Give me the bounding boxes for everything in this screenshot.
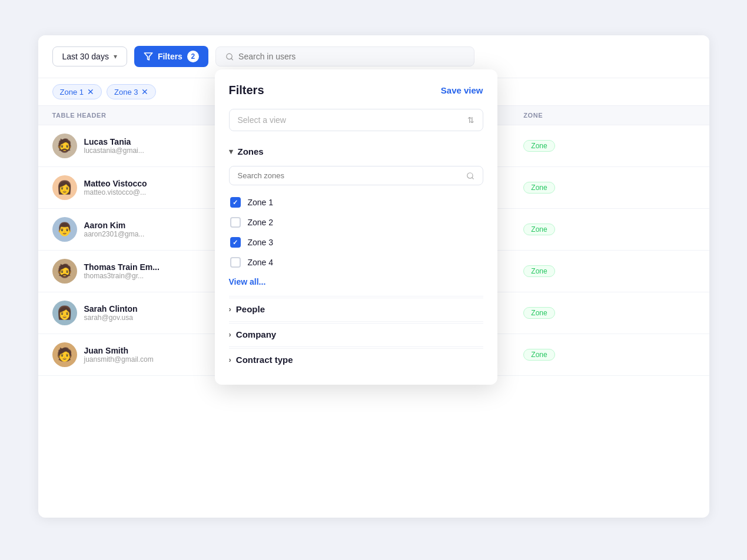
svg-line-2 xyxy=(231,58,233,60)
filter-panel: Filters Save view Select a view ⇅ ▾ Zone… xyxy=(215,69,497,385)
search-icon xyxy=(225,52,234,61)
zone-cell: Zone xyxy=(523,182,609,194)
user-info: Sarah Clinton sarah@gov.usa xyxy=(84,304,138,322)
zone-cell: Zone xyxy=(523,224,609,235)
main-container: Last 30 days ▾ Filters 2 Zone 1 ✕ Zone 3… xyxy=(38,35,709,518)
chip-zone3: Zone 3 ✕ xyxy=(107,84,156,99)
col-header-extra xyxy=(609,112,695,119)
chevron-right-icon: › xyxy=(229,355,231,364)
zone3-label: Zone 3 xyxy=(248,238,274,247)
zones-label: Zones xyxy=(238,146,264,156)
divider xyxy=(229,346,483,347)
zone2-checkbox[interactable] xyxy=(230,217,241,228)
zone-badge: Zone xyxy=(523,265,555,277)
zone-badge: Zone xyxy=(523,349,555,361)
zone-option-2[interactable]: Zone 2 xyxy=(229,212,483,232)
zones-search-box xyxy=(229,166,483,185)
filters-button[interactable]: Filters 2 xyxy=(134,46,208,67)
col-header-zone: ZONE xyxy=(523,112,609,119)
filter-count-badge: 2 xyxy=(187,51,199,62)
avatar: 👩 xyxy=(52,175,77,200)
filter-panel-header: Filters Save view xyxy=(229,84,483,97)
zone-cell: Zone xyxy=(523,265,609,277)
user-email: thomas3train@gr... xyxy=(84,272,160,280)
search-input[interactable] xyxy=(238,52,464,61)
user-info: Aaron Kim aaron2301@gma... xyxy=(84,221,145,238)
user-email: lucastania@gmai... xyxy=(84,146,144,155)
zones-section: ▾ Zones Zone 1 Zone 2 Zone 3 xyxy=(229,142,483,294)
date-filter-button[interactable]: Last 30 days ▾ xyxy=(52,46,127,66)
user-email: juansmith@gmail.com xyxy=(84,355,154,364)
zone-badge: Zone xyxy=(523,307,555,319)
zone-cell: Zone xyxy=(523,349,609,361)
date-filter-label: Last 30 days xyxy=(62,52,109,61)
zone-cell: Zone xyxy=(523,307,609,319)
company-section[interactable]: › Company xyxy=(229,323,483,345)
zone4-checkbox[interactable] xyxy=(230,257,241,268)
user-name: Thomas Train Em... xyxy=(84,262,160,272)
zone-option-1[interactable]: Zone 1 xyxy=(229,192,483,212)
filters-label: Filters xyxy=(158,52,182,61)
zone4-label: Zone 4 xyxy=(248,258,274,267)
contract-type-label: Contract type xyxy=(236,355,293,365)
avatar: 🧔 xyxy=(52,134,77,158)
zone-badge: Zone xyxy=(523,182,555,194)
filter-icon xyxy=(144,52,153,61)
zone-option-3[interactable]: Zone 3 xyxy=(229,232,483,252)
user-email: aaron2301@gma... xyxy=(84,230,145,238)
user-name: Matteo Vistocco xyxy=(84,179,147,188)
chevron-right-icon: › xyxy=(229,305,231,314)
user-info: Matteo Vistocco matteo.vistocco@... xyxy=(84,179,147,196)
chevron-down-icon: ▾ xyxy=(229,147,233,156)
chip-zone1-label: Zone 1 xyxy=(60,88,84,96)
avatar: 👨 xyxy=(52,217,77,242)
user-info: Juan Smith juansmith@gmail.com xyxy=(84,346,154,364)
chip-zone3-label: Zone 3 xyxy=(114,88,138,96)
user-name: Sarah Clinton xyxy=(84,304,138,314)
zone1-checkbox[interactable] xyxy=(230,197,241,208)
company-label: Company xyxy=(236,329,276,339)
divider xyxy=(229,296,483,296)
zone1-label: Zone 1 xyxy=(248,198,274,207)
zone-badge: Zone xyxy=(523,140,555,152)
people-section[interactable]: › People xyxy=(229,298,483,320)
user-email: sarah@gov.usa xyxy=(84,314,138,322)
search-icon xyxy=(466,172,474,180)
user-name: Lucas Tania xyxy=(84,137,144,146)
chevron-down-icon: ▾ xyxy=(114,52,117,61)
people-label: People xyxy=(236,304,265,314)
select-view-placeholder: Select a view xyxy=(238,115,286,125)
zones-section-header[interactable]: ▾ Zones xyxy=(229,142,483,161)
user-info: Lucas Tania lucastania@gmai... xyxy=(84,137,144,155)
save-view-button[interactable]: Save view xyxy=(441,85,483,95)
svg-marker-0 xyxy=(144,53,152,60)
user-info: Thomas Train Em... thomas3train@gr... xyxy=(84,262,160,280)
avatar: 🧑 xyxy=(52,342,77,367)
zone3-checkbox[interactable] xyxy=(230,237,241,248)
user-name: Aaron Kim xyxy=(84,221,145,230)
zones-search-input[interactable] xyxy=(238,171,462,180)
chip-zone1: Zone 1 ✕ xyxy=(52,84,102,99)
zone2-label: Zone 2 xyxy=(248,218,274,227)
divider xyxy=(229,321,483,322)
user-name: Juan Smith xyxy=(84,346,154,355)
select-view-dropdown[interactable]: Select a view ⇅ xyxy=(229,109,483,131)
zone-badge: Zone xyxy=(523,224,555,235)
chip-zone3-close[interactable]: ✕ xyxy=(141,87,148,96)
chip-zone1-close[interactable]: ✕ xyxy=(87,87,94,96)
zone-cell: Zone xyxy=(523,140,609,152)
view-all-link[interactable]: View all... xyxy=(229,277,266,286)
chevron-right-icon: › xyxy=(229,330,231,339)
user-email: matteo.vistocco@... xyxy=(84,188,147,196)
filter-panel-title: Filters xyxy=(229,84,264,97)
sort-arrows-icon: ⇅ xyxy=(467,115,474,125)
contract-type-section[interactable]: › Contract type xyxy=(229,348,483,371)
avatar: 👩 xyxy=(52,301,77,325)
search-box xyxy=(215,46,474,66)
svg-line-4 xyxy=(472,177,473,179)
avatar: 🧔 xyxy=(52,259,77,284)
zone-option-4[interactable]: Zone 4 xyxy=(229,252,483,272)
